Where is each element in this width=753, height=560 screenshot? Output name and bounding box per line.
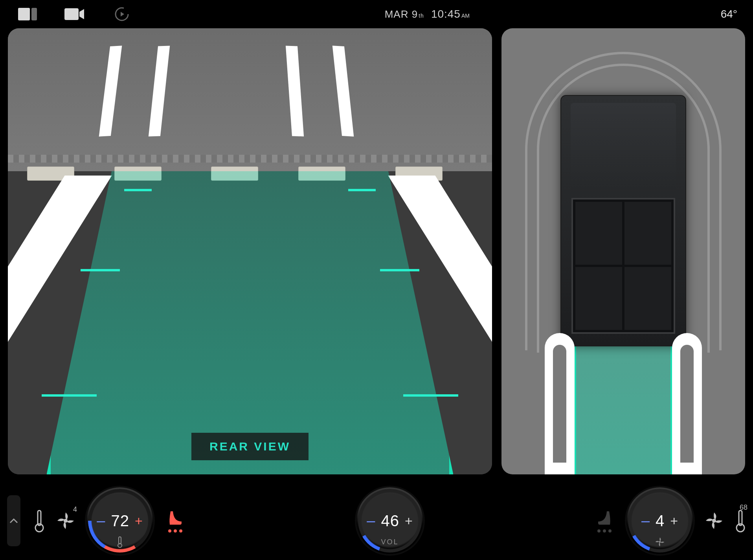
- layout-split-icon[interactable]: [16, 6, 39, 22]
- svg-point-16: [712, 519, 716, 523]
- svg-point-15: [659, 541, 661, 543]
- svg-rect-7: [119, 537, 121, 544]
- svg-rect-0: [18, 8, 30, 20]
- expand-drawer-button[interactable]: [7, 495, 20, 546]
- rear-camera-view[interactable]: REAR VIEW: [8, 28, 492, 474]
- time-display: 10:45AM: [431, 8, 470, 20]
- passenger-fan-icon[interactable]: [704, 511, 724, 531]
- driver-temp-dial[interactable]: – 72 +: [86, 487, 153, 554]
- driver-fan-icon[interactable]: 4: [56, 511, 75, 531]
- svg-point-10: [174, 529, 177, 533]
- passenger-heated-seat-icon[interactable]: [593, 508, 615, 533]
- volume-label: VOL: [381, 538, 399, 546]
- camera-view-label: REAR VIEW: [191, 433, 309, 460]
- svg-point-6: [64, 519, 68, 523]
- fan-small-icon: [654, 536, 666, 548]
- svg-rect-4: [38, 511, 41, 525]
- driver-climate-zone: 4 – 72 +: [34, 487, 186, 554]
- birds-eye-360-view[interactable]: [501, 28, 745, 474]
- parking-post-right: [672, 333, 702, 474]
- svg-point-11: [179, 529, 182, 533]
- passenger-fan-dial[interactable]: – 4 +: [626, 487, 693, 554]
- svg-point-12: [597, 529, 601, 533]
- climate-media-bar: 4 – 72 + – 46 + VOL: [0, 481, 753, 560]
- svg-point-13: [603, 529, 606, 533]
- thermometer-icon[interactable]: [34, 509, 45, 533]
- replay-icon[interactable]: [110, 6, 134, 22]
- outside-temperature: 64°: [721, 8, 737, 20]
- svg-rect-1: [31, 8, 37, 20]
- thermometer-small-icon: [117, 536, 123, 548]
- svg-rect-17: [739, 511, 742, 525]
- svg-point-14: [608, 529, 612, 533]
- driver-heated-seat-icon[interactable]: [164, 508, 186, 533]
- top-status-bar: MAR 9th 10:45AM 64°: [0, 0, 753, 28]
- svg-point-9: [168, 529, 171, 533]
- passenger-climate-zone: – 4 + 68: [593, 487, 746, 554]
- birds-eye-rear-trajectory: [572, 329, 674, 474]
- parking-post-left: [545, 333, 575, 474]
- camera-record-icon[interactable]: [63, 6, 86, 22]
- volume-dial[interactable]: – 46 + VOL: [356, 487, 423, 554]
- vehicle-top-down-icon: [560, 95, 686, 346]
- rear-trajectory-overlay: [47, 171, 454, 474]
- date-display: MAR 9th: [385, 8, 424, 20]
- passenger-temp-icon[interactable]: 68: [735, 509, 746, 533]
- clock-area: MAR 9th 10:45AM: [157, 8, 697, 20]
- svg-rect-2: [64, 8, 79, 20]
